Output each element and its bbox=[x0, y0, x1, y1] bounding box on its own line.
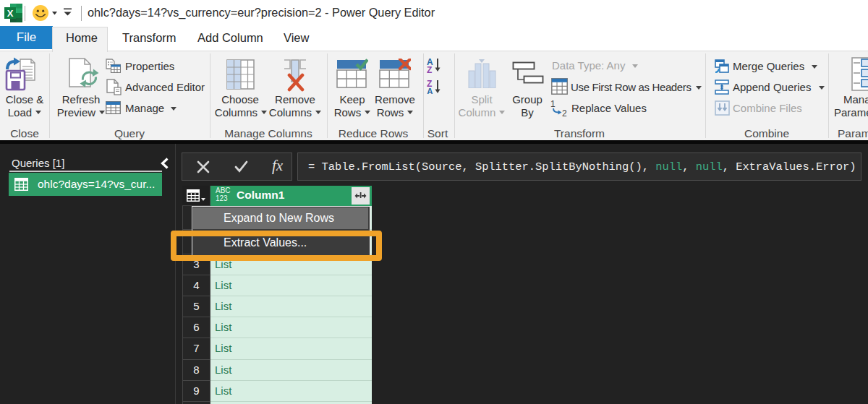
svg-text:1: 1 bbox=[550, 99, 556, 109]
svg-text:Z: Z bbox=[427, 65, 432, 75]
svg-text:X: X bbox=[7, 8, 14, 19]
svg-text:2: 2 bbox=[562, 108, 567, 117]
svg-text:A: A bbox=[427, 87, 433, 94]
